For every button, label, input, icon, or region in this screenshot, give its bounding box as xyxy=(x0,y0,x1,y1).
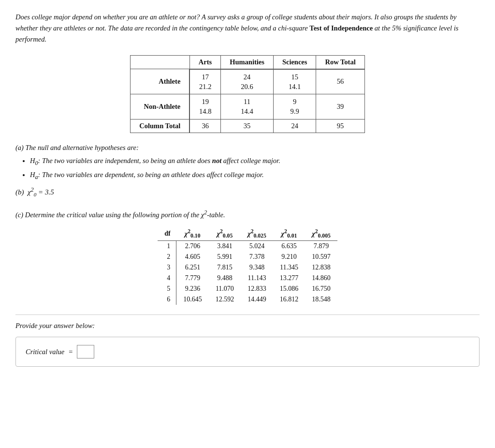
chi-1-0025: 5.024 xyxy=(241,241,273,252)
chi-1-001: 6.635 xyxy=(273,241,306,252)
part-c-label: (c) Determine the critical value using t… xyxy=(15,209,480,219)
chi-2-0005: 10.597 xyxy=(305,252,337,262)
chi-3-001: 11.345 xyxy=(273,262,306,273)
table-row: Athlete 1721.2 2420.6 1514.1 56 xyxy=(131,69,364,94)
column-total-arts: 36 xyxy=(189,119,220,133)
contingency-header-humanities: Humanities xyxy=(221,55,274,69)
athlete-row-total: 56 xyxy=(316,69,364,94)
contingency-header-row-total: Row Total xyxy=(316,55,364,69)
chi-3-005: 7.815 xyxy=(209,262,241,273)
non-athlete-humanities: 1114.4 xyxy=(221,94,274,119)
athlete-arts: 1721.2 xyxy=(189,69,220,94)
answer-box: Critical value = xyxy=(15,337,480,367)
df-2: 2 xyxy=(158,252,176,262)
df-4: 4 xyxy=(158,273,176,284)
chi-4-005: 9.488 xyxy=(209,273,241,284)
critical-value-input[interactable] xyxy=(77,345,94,358)
equals-sign: = xyxy=(68,348,73,356)
column-total-sciences: 24 xyxy=(273,119,316,133)
table-row: 6 10.645 12.592 14.449 16.812 18.548 xyxy=(158,294,337,305)
chi-6-005: 12.592 xyxy=(209,294,241,305)
chi-header-0.05: χ20.05 xyxy=(209,227,241,241)
contingency-header-sciences: Sciences xyxy=(273,55,316,69)
table-row: 4 7.779 9.488 11.143 13.277 14.860 xyxy=(158,273,337,284)
chi-1-005: 3.841 xyxy=(209,241,241,252)
contingency-header-empty xyxy=(131,55,190,69)
athlete-label: Athlete xyxy=(131,69,190,94)
chi-6-0025: 14.449 xyxy=(241,294,273,305)
chi-6-001: 16.812 xyxy=(273,294,306,305)
chi-square-table-container: df χ20.10 χ20.05 χ20.025 χ20.01 χ20.005 … xyxy=(15,227,480,305)
table-row: 3 6.251 7.815 9.348 11.345 12.838 xyxy=(158,262,337,273)
chi-2-0025: 7.378 xyxy=(241,252,273,262)
chi-header-df: df xyxy=(158,227,176,241)
chi-header-0.01: χ20.01 xyxy=(273,227,306,241)
chi-6-0005: 18.548 xyxy=(305,294,337,305)
chi-2-001: 9.210 xyxy=(273,252,306,262)
table-row: Column Total 36 35 24 95 xyxy=(131,119,364,133)
athlete-humanities: 2420.6 xyxy=(221,69,274,94)
part-a-label: (a) The null and alternative hypotheses … xyxy=(15,144,480,152)
chi-1-010: 2.706 xyxy=(176,241,209,252)
chi-4-0025: 11.143 xyxy=(241,273,273,284)
non-athlete-row-total: 39 xyxy=(316,94,364,119)
table-row: 2 4.605 5.991 7.378 9.210 10.597 xyxy=(158,252,337,262)
chi-header-0.025: χ20.025 xyxy=(241,227,273,241)
df-6: 6 xyxy=(158,294,176,305)
chi-5-001: 15.086 xyxy=(273,284,306,294)
chi-1-0005: 7.879 xyxy=(305,241,337,252)
chi-header-0.005: χ20.005 xyxy=(305,227,337,241)
chi-5-0005: 16.750 xyxy=(305,284,337,294)
column-total-label: Column Total xyxy=(131,119,190,133)
column-total-humanities: 35 xyxy=(221,119,274,133)
non-athlete-sciences: 99.9 xyxy=(273,94,316,119)
df-3: 3 xyxy=(158,262,176,273)
chi-2-005: 5.991 xyxy=(209,252,241,262)
contingency-table: Arts Humanities Sciences Row Total Athle… xyxy=(130,55,364,133)
chi-6-010: 10.645 xyxy=(176,294,209,305)
provide-answer-label: Provide your answer below: xyxy=(15,314,480,330)
chi-4-010: 7.779 xyxy=(176,273,209,284)
non-athlete-label: Non-Athlete xyxy=(131,94,190,119)
chi-header-0.10: χ20.10 xyxy=(176,227,209,241)
column-total-all: 95 xyxy=(316,119,364,133)
critical-value-label: Critical value xyxy=(26,348,64,356)
athlete-sciences: 1514.1 xyxy=(273,69,316,94)
non-athlete-arts: 1914.8 xyxy=(189,94,220,119)
chi-5-0025: 12.833 xyxy=(241,284,273,294)
chi-5-010: 9.236 xyxy=(176,284,209,294)
chi-square-table: df χ20.10 χ20.05 χ20.025 χ20.01 χ20.005 … xyxy=(158,227,337,305)
chi-4-0005: 14.860 xyxy=(305,273,337,284)
contingency-header-arts: Arts xyxy=(189,55,220,69)
part-b-formula: (b) χ20 = 3.5 xyxy=(15,186,480,197)
chi-3-0005: 12.838 xyxy=(305,262,337,273)
chi-2-010: 4.605 xyxy=(176,252,209,262)
chi-3-010: 6.251 xyxy=(176,262,209,273)
intro-paragraph: Does college major depend on whether you… xyxy=(15,12,480,45)
table-row: 1 2.706 3.841 5.024 6.635 7.879 xyxy=(158,241,337,252)
chi-4-001: 13.277 xyxy=(273,273,306,284)
df-1: 1 xyxy=(158,241,176,252)
chi-3-0025: 9.348 xyxy=(241,262,273,273)
hypothesis-alt: Ha: The two variables are dependent, so … xyxy=(30,170,480,181)
df-5: 5 xyxy=(158,284,176,294)
table-row: Non-Athlete 1914.8 1114.4 99.9 39 xyxy=(131,94,364,119)
table-row: 5 9.236 11.070 12.833 15.086 16.750 xyxy=(158,284,337,294)
hypothesis-null: H0: The two variables are independent, s… xyxy=(30,156,480,167)
hypotheses-list: H0: The two variables are independent, s… xyxy=(30,156,480,181)
contingency-table-container: Arts Humanities Sciences Row Total Athle… xyxy=(15,55,480,133)
chi-5-005: 11.070 xyxy=(209,284,241,294)
